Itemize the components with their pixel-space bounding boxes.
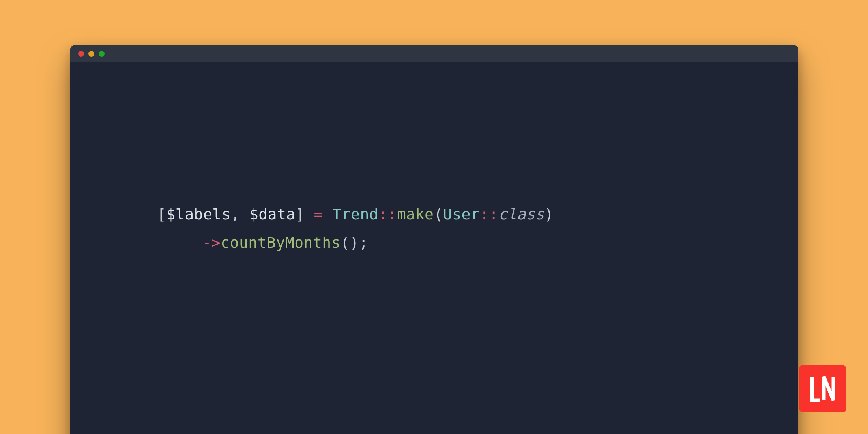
code-token: User — [443, 206, 480, 223]
code-token: $data — [249, 206, 296, 223]
editor-window: [$labels, $data] = Trend::make(User::cla… — [70, 45, 798, 434]
code-token: :: — [480, 206, 498, 223]
code-token: , — [231, 206, 249, 223]
minimize-icon[interactable] — [88, 51, 94, 57]
code-token: countByMonths — [221, 234, 340, 251]
window-titlebar — [70, 45, 798, 62]
code-token: = — [314, 206, 323, 223]
code-token: ) — [544, 206, 554, 223]
code-token: -> — [202, 234, 221, 251]
code-token: ] — [296, 206, 314, 223]
code-token: ( — [434, 206, 443, 223]
code-token — [323, 206, 332, 223]
code-token: (); — [340, 234, 368, 251]
code-token: [ — [157, 206, 166, 223]
close-icon[interactable] — [78, 51, 84, 57]
brand-logo — [799, 365, 846, 412]
code-token: :: — [378, 206, 397, 223]
ln-logo-icon — [807, 373, 838, 404]
code-token: $labels — [166, 206, 231, 223]
code-token: make — [397, 206, 434, 223]
code-token: class — [498, 206, 544, 223]
code-token: Trend — [332, 206, 378, 223]
zoom-icon[interactable] — [99, 51, 105, 57]
code-area: [$labels, $data] = Trend::make(User::cla… — [70, 62, 798, 257]
